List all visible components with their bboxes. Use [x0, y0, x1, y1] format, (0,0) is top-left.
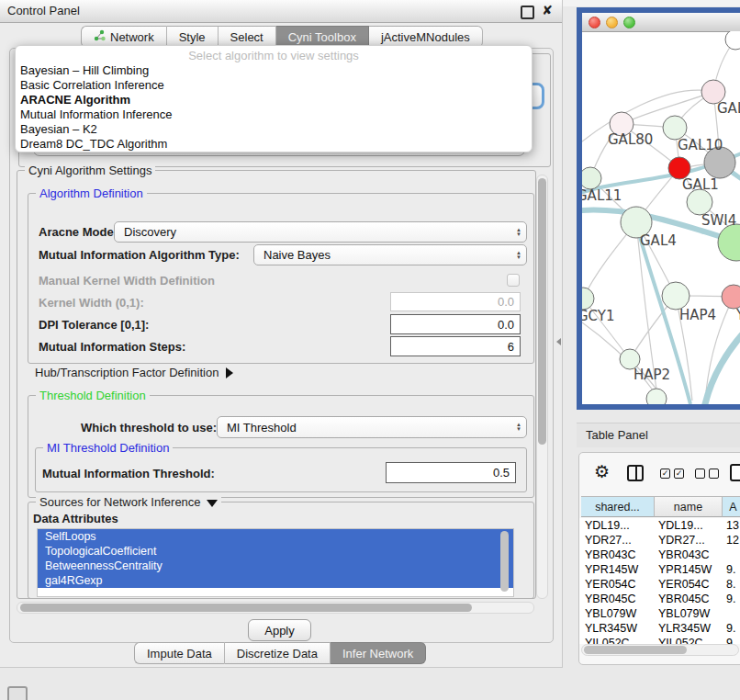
attribute-item-selfloops[interactable]: SelfLoops — [38, 529, 513, 544]
threshold-definition-title: Threshold Definition — [36, 389, 150, 402]
apply-button-label: Apply — [264, 624, 295, 638]
network-node[interactable] — [646, 389, 667, 404]
network-canvas[interactable]: GALGAL80GAL10GAL1GAL11SWI4GAL4GCY1HAP4YH… — [582, 31, 740, 404]
sources-group-title: Sources for Network Inference — [36, 495, 221, 509]
table-cell: YER054C — [658, 578, 726, 591]
table-row[interactable]: YBR043CYBR043C — [579, 548, 740, 562]
network-node-y[interactable] — [722, 285, 740, 309]
docked-panel-button[interactable] — [7, 686, 28, 700]
table-row[interactable]: YPR145WYPR145W9. — [579, 562, 740, 577]
algorithm-option-mutual-information-inference[interactable]: Mutual Information Inference — [16, 107, 532, 122]
which-threshold-value: MI Threshold — [218, 421, 511, 435]
algorithm-option-aracne-algorithm[interactable]: ARACNE Algorithm — [16, 93, 532, 107]
algorithm-option-dream8-dc-tdc-algorithm[interactable]: Dream8 DC_TDC Algorithm — [16, 137, 532, 152]
table-hscrollbar-thumb[interactable] — [584, 646, 687, 654]
kernel-width-field[interactable]: 0.0 — [390, 292, 521, 311]
minimize-traffic-light[interactable] — [606, 17, 618, 28]
network-node[interactable] — [725, 31, 740, 50]
spinner-arrows-icon: ▲▼ — [511, 423, 526, 432]
table-cell: YBR043C — [658, 548, 726, 561]
table-cell: YBR045C — [585, 593, 658, 605]
hub-definition-expander[interactable]: Hub/Transcription Factor Definition — [35, 366, 233, 379]
network-view-inner: GALGAL80GAL10GAL1GAL11SWI4GAL4GCY1HAP4YH… — [582, 13, 740, 404]
close-traffic-light[interactable] — [589, 17, 600, 28]
manual-kernel-checkbox[interactable] — [507, 274, 520, 287]
table-row[interactable]: YER054CYER054C8. — [579, 577, 740, 592]
algorithm-option-basic-correlation-inference[interactable]: Basic Correlation Inference — [16, 78, 532, 93]
network-node-swi4[interactable] — [687, 189, 712, 215]
table-row[interactable]: YDL19...YDL19...13 — [579, 518, 740, 533]
mi-type-combobox[interactable]: Naive Bayes ▲▼ — [253, 244, 527, 265]
checkbox-checked-icon[interactable]: ✓ — [674, 469, 684, 479]
mi-type-label: Mutual Information Algorithm Type: — [39, 248, 240, 262]
table-row[interactable]: YBL079WYBL079W — [579, 606, 740, 621]
control-panel-title: Control Panel — [7, 4, 80, 17]
network-view-window: GALGAL80GAL10GAL1GAL11SWI4GAL4GCY1HAP4YH… — [577, 7, 740, 410]
network-node-hap4[interactable] — [662, 282, 690, 310]
attribute-item-topologicalcoefficient[interactable]: TopologicalCoefficient — [38, 544, 513, 559]
node-label-gal4: GAL4 — [640, 232, 677, 249]
attributes-scrollbar[interactable] — [500, 531, 509, 592]
checkbox-checked-icon[interactable]: ✓ — [660, 469, 670, 479]
network-view-titlebar[interactable] — [582, 13, 740, 32]
attribute-item-betweennesscentrality[interactable]: BetweennessCentrality — [38, 559, 513, 573]
aracne-mode-combobox[interactable]: Discovery ▲▼ — [114, 221, 527, 243]
tab-impute-data[interactable]: Impute Data — [134, 642, 225, 664]
settings-vscrollbar-thumb[interactable] — [538, 178, 546, 445]
which-threshold-combobox[interactable]: MI Threshold ▲▼ — [217, 416, 527, 438]
algorithm-option-bayesian-hill-climbing[interactable]: Bayesian – Hill Climbing — [16, 63, 532, 78]
mi-threshold-label: Mutual Information Threshold: — [42, 467, 215, 480]
table-panel-bar: Table Panel — [577, 423, 740, 447]
table-row[interactable]: YIL052CYIL052C9 — [579, 636, 740, 644]
node-label-gcy1: GCY1 — [582, 308, 615, 324]
zoom-traffic-light[interactable] — [623, 17, 635, 28]
table-row[interactable]: YDR27...YDR27...12 — [579, 533, 740, 548]
tab-label: Impute Data — [147, 647, 212, 660]
table-cell: 12 — [726, 534, 740, 547]
collapse-arrow-icon[interactable] — [207, 500, 218, 507]
close-icon[interactable]: ✘ — [542, 3, 553, 17]
table-cell: 9. — [726, 563, 740, 576]
gear-icon[interactable]: ⚙ — [594, 461, 610, 482]
apply-button[interactable]: Apply — [248, 619, 311, 641]
data-attributes-list[interactable]: SelfLoopsTopologicalCoefficientBetweenne… — [37, 528, 514, 597]
table-panel-title: Table Panel — [586, 428, 648, 442]
split-columns-icon[interactable] — [627, 465, 644, 481]
panel-divider-arrow[interactable] — [556, 338, 561, 345]
network-node-gcy1[interactable] — [582, 288, 594, 310]
dpi-tolerance-label: DPI Tolerance [0,1]: — [39, 318, 149, 332]
float-window-icon[interactable] — [521, 6, 534, 19]
table-cell: 8. — [726, 578, 740, 591]
document-icon[interactable] — [730, 464, 740, 481]
table-cell: YBL079W — [585, 607, 658, 620]
column-header-name[interactable]: name — [655, 496, 723, 517]
table-row[interactable]: YBR045CYBR045C9. — [579, 592, 740, 606]
dpi-tolerance-field[interactable]: 0.0 — [390, 314, 521, 334]
aracne-mode-value: Discovery — [115, 225, 511, 239]
top-tab-bar: NetworkStyleSelectCyni ToolboxjActiveMNo… — [81, 26, 483, 46]
table-cell: YPR145W — [658, 563, 726, 576]
algorithm-dropdown-popup: Select algorithm to view settings Bayesi… — [15, 45, 533, 152]
manual-kernel-label: Manual Kernel Width Definition — [39, 274, 215, 288]
attribute-item-gal4rgexp[interactable]: gal4RGexp — [38, 573, 513, 588]
table-row[interactable]: YLR345WYLR345W9. — [579, 621, 740, 636]
sources-title-text: Sources for Network Inference — [39, 495, 201, 509]
mi-threshold-title: MI Threshold Definition — [43, 441, 173, 455]
checkbox-unchecked-icon[interactable] — [709, 469, 719, 479]
table-cell: YLR345W — [658, 622, 726, 635]
aracne-mode-label: Aracne Mode: — [39, 225, 118, 239]
mi-steps-field[interactable]: 6 — [390, 336, 521, 356]
node-label-gal1: GAL1 — [682, 176, 719, 193]
mi-threshold-field[interactable]: 0.5 — [386, 462, 516, 483]
settings-group-title: Cyni Algorithm Settings — [25, 164, 155, 177]
algorithm-option-bayesian-k2[interactable]: Bayesian – K2 — [16, 122, 532, 137]
column-header-a[interactable]: A — [723, 496, 740, 517]
tab-infer-network[interactable]: Infer Network — [331, 642, 426, 664]
network-node-gal11[interactable] — [582, 167, 601, 189]
network-node[interactable] — [718, 224, 740, 261]
network-icon — [94, 29, 106, 44]
checkbox-unchecked-icon[interactable] — [695, 469, 705, 479]
tab-discretize-data[interactable]: Discretize Data — [225, 642, 331, 664]
column-header-shared-[interactable]: shared... — [581, 496, 655, 517]
settings-hscrollbar-thumb[interactable] — [20, 604, 472, 612]
